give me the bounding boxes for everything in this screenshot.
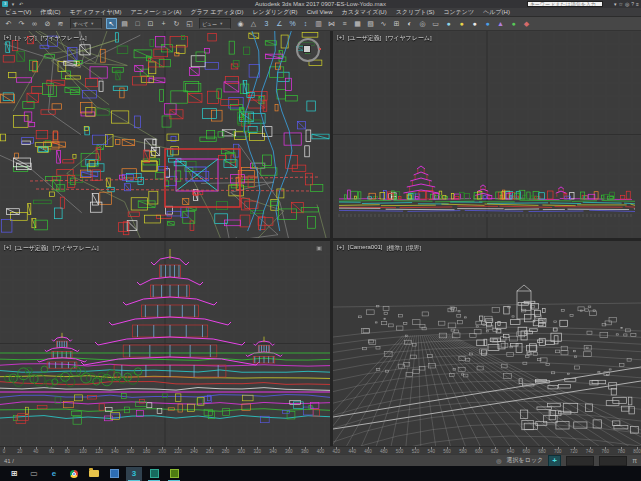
render-setup-icon[interactable]: ◎ xyxy=(417,18,428,29)
castle-elevation-wireframe[interactable] xyxy=(0,241,330,446)
viewport-label-camera[interactable]: [+][Camera001][標準][境界] xyxy=(337,244,421,253)
menu-item-content[interactable]: コンテンツ xyxy=(443,8,474,17)
rendered-frame-icon[interactable]: ▭ xyxy=(430,18,441,29)
task-view-icon[interactable]: ▭ xyxy=(26,467,42,481)
percent-snap-icon[interactable]: % xyxy=(287,18,298,29)
menu-item-rendering[interactable]: レンダリング(R) xyxy=(252,8,297,17)
green-app-icon[interactable] xyxy=(166,467,182,481)
curve-editor-icon[interactable]: ∿ xyxy=(378,18,389,29)
select-by-name-icon[interactable]: ▤ xyxy=(119,18,130,29)
viewport-plus-menu[interactable]: [+] xyxy=(337,244,344,253)
window-crossing-icon[interactable]: ⊡ xyxy=(145,18,156,29)
menu-item-scripting[interactable]: スクリプト(S) xyxy=(396,8,435,17)
reference-coordinate-dropdown[interactable]: ビュー▼ xyxy=(199,18,231,29)
select-and-rotate-icon[interactable]: ↻ xyxy=(171,18,182,29)
menu-item-civil-view[interactable]: Civil View xyxy=(307,9,333,15)
state-sets-icon[interactable]: ▲ xyxy=(495,18,506,29)
coordinate-x-field[interactable] xyxy=(566,456,594,466)
align-icon[interactable]: ≡ xyxy=(339,18,350,29)
spinner-snap-icon[interactable]: ↕ xyxy=(300,18,311,29)
viewport-label-top[interactable]: [+][トップ][ワイヤフレーム] xyxy=(4,34,87,43)
viewport-label-part[interactable]: [Camera001] xyxy=(348,244,383,253)
viewport-label-part[interactable]: [境界] xyxy=(406,244,421,253)
render-blue-icon[interactable]: ● xyxy=(482,18,493,29)
viewport-top[interactable]: [+][トップ][ワイヤフレーム] xyxy=(0,31,330,238)
edge-icon[interactable]: e xyxy=(46,467,62,481)
mirror-icon[interactable]: ⋈ xyxy=(326,18,337,29)
viewport-plus-menu[interactable]: [+] xyxy=(337,34,344,43)
ribbon-toggle-icon[interactable]: ▧ xyxy=(365,18,376,29)
viewcube-compass-icon[interactable] xyxy=(296,38,320,62)
viewport-label-part[interactable]: [ユーザ定義] xyxy=(15,244,49,253)
site-elevation-wireframe[interactable] xyxy=(333,31,641,238)
start-button[interactable]: ⊞ xyxy=(6,467,22,481)
viewport-label-part[interactable]: [ユーザ定義] xyxy=(348,34,382,43)
help-icon[interactable]: ? xyxy=(631,1,634,7)
maxscript-icon[interactable]: π xyxy=(632,457,637,464)
named-selection-icon[interactable]: ▥ xyxy=(313,18,324,29)
camera-perspective-wireframe[interactable] xyxy=(333,241,641,446)
top-view-wireframe[interactable] xyxy=(0,31,330,238)
favorites-star-icon[interactable]: ☆ xyxy=(618,1,622,7)
menu-item-help[interactable]: ヘルプ(H) xyxy=(483,8,510,17)
windows-taskbar: ⊞▭e3 xyxy=(0,466,641,481)
menu-item-view[interactable]: ビュー(V) xyxy=(5,8,31,17)
viewport-label-part[interactable]: [ワイヤフレーム] xyxy=(52,244,98,253)
selection-region-icon[interactable]: □ xyxy=(132,18,143,29)
render-white-icon[interactable]: ● xyxy=(469,18,480,29)
menu-item-graph-editors[interactable]: グラフ エディタ(D) xyxy=(190,8,243,17)
select-and-manipulate-icon[interactable]: △ xyxy=(248,18,259,29)
chrome-icon[interactable] xyxy=(66,467,82,481)
user-menu-icon[interactable]: ≡ xyxy=(636,1,639,7)
selection-filter-dropdown[interactable]: すべて▼ xyxy=(70,18,102,29)
snap-toggle-icon[interactable]: 3 xyxy=(261,18,272,29)
angle-snap-icon[interactable]: ∠ xyxy=(274,18,285,29)
viewport-maximize-icon[interactable]: ▣ xyxy=(316,244,322,251)
schematic-view-icon[interactable]: ⊞ xyxy=(391,18,402,29)
coordinate-y-field[interactable] xyxy=(599,456,627,466)
menu-item-customize[interactable]: カスタマイズ(U) xyxy=(342,8,387,17)
viewport-label-part[interactable]: [標準] xyxy=(387,244,402,253)
render-production-icon[interactable]: ● xyxy=(443,18,454,29)
layer-manager-icon[interactable]: ▦ xyxy=(352,18,363,29)
viewport-label-part[interactable]: [ワイヤフレーム] xyxy=(385,34,431,43)
3dsmax-icon[interactable]: 3 xyxy=(126,467,142,481)
select-and-link-icon[interactable]: ∞ xyxy=(29,18,40,29)
bind-to-spacewarp-icon[interactable]: ≋ xyxy=(55,18,66,29)
viewport-plus-menu[interactable]: [+] xyxy=(4,34,11,43)
menu-item-animation[interactable]: アニメーション(A) xyxy=(131,8,182,17)
main-toolbar: ↶↷∞⊘≋すべて▼↖▤□⊡+↻◱ビュー▼◉△3∠%↕▥⋈≡▦▧∿⊞◐◎▭●●●●… xyxy=(0,17,641,31)
material-editor-icon[interactable]: ◐ xyxy=(404,18,415,29)
viewport-castle-elevation[interactable]: [+][ユーザ定義][ワイヤフレーム] ▣ xyxy=(0,241,330,446)
explorer-icon[interactable] xyxy=(86,467,102,481)
misc-red-icon[interactable]: ◆ xyxy=(521,18,532,29)
render-iterative-icon[interactable]: ● xyxy=(456,18,467,29)
photos-icon[interactable] xyxy=(106,467,122,481)
image-app-icon[interactable] xyxy=(146,467,162,481)
select-and-scale-icon[interactable]: ◱ xyxy=(184,18,195,29)
select-and-move-icon[interactable]: + xyxy=(158,18,169,29)
menu-item-modifiers[interactable]: モディファイヤ(M) xyxy=(70,8,122,17)
viewport-label-part[interactable]: [ワイヤフレーム] xyxy=(41,34,87,43)
viewport-label-user[interactable]: [+][ユーザ定義][ワイヤフレーム] xyxy=(337,34,432,43)
selection-lock-label[interactable]: 選択をロック xyxy=(507,456,544,465)
viewport-user-elevation[interactable]: [+][ユーザ定義][ワイヤフレーム] xyxy=(333,31,641,238)
unlink-selection-icon[interactable]: ⊘ xyxy=(42,18,53,29)
search-dropdown-icon[interactable]: ▾ xyxy=(614,1,617,7)
search-input[interactable] xyxy=(527,1,603,7)
infocenter-icons: ▾☆◎?≡ xyxy=(614,1,639,7)
use-pivot-center-icon[interactable]: ◉ xyxy=(235,18,246,29)
redo-icon[interactable]: ↷ xyxy=(16,18,27,29)
notifications-icon[interactable]: ◎ xyxy=(625,1,629,7)
menu-item-create[interactable]: 作成(C) xyxy=(40,8,60,17)
selection-lock-icon[interactable]: ◎ xyxy=(496,457,501,464)
viewport-area: [+][トップ][ワイヤフレーム] [+][ユーザ定義][ワイヤフレーム] [+… xyxy=(0,31,641,446)
civil-green-icon[interactable]: ● xyxy=(508,18,519,29)
absolute-mode-button[interactable]: + xyxy=(548,455,561,467)
undo-icon[interactable]: ↶ xyxy=(3,18,14,29)
viewport-camera[interactable]: [+][Camera001][標準][境界] xyxy=(333,241,641,446)
viewport-label-part[interactable]: [トップ] xyxy=(15,34,37,43)
viewport-plus-menu[interactable]: [+] xyxy=(4,244,11,253)
viewport-label-user2[interactable]: [+][ユーザ定義][ワイヤフレーム] xyxy=(4,244,99,253)
select-object-icon[interactable]: ↖ xyxy=(106,18,117,29)
